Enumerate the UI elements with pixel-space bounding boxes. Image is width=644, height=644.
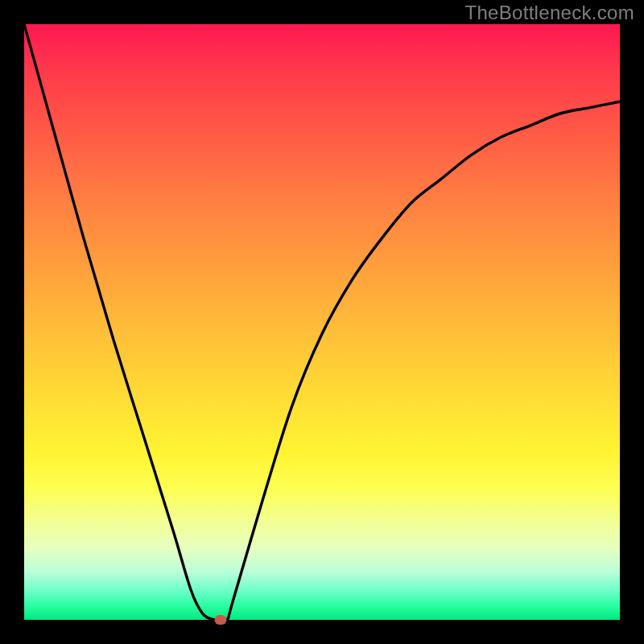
chart-frame: TheBottleneck.com bbox=[0, 0, 644, 644]
watermark-text: TheBottleneck.com bbox=[464, 2, 634, 24]
minimum-marker bbox=[215, 615, 227, 625]
bottleneck-curve bbox=[24, 24, 620, 620]
curve-svg bbox=[24, 24, 620, 620]
plot-area bbox=[24, 24, 620, 620]
